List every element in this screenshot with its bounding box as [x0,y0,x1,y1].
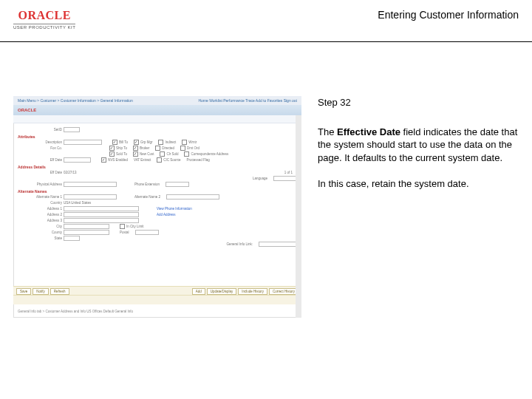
breadcrumb: Main Menu > Customer > Customer Informat… [18,98,133,103]
directed-label: Directed [162,146,174,150]
corresp-checkbox[interactable] [184,151,189,157]
nav-label: 1 of 1 [284,171,293,174]
directed-checkbox[interactable] [155,146,160,151]
soldto-label: Sold To [116,152,127,156]
alt2-input[interactable] [166,194,219,200]
lang-input[interactable] [273,176,297,181]
header-divider [0,41,532,42]
country-label: Country [18,201,62,205]
effdate2-val: 02/27/13 [64,171,77,174]
billto-label: Bill To [119,140,128,144]
dmtord-checkbox[interactable] [180,146,185,151]
update-button[interactable]: Update/Display [207,288,237,295]
effdate2-label: Eff Date [18,171,62,174]
correct-button[interactable]: Correct History [269,288,299,295]
soldto-checkbox[interactable] [109,151,115,157]
county-input[interactable] [64,230,109,235]
save-button[interactable]: Save [16,288,31,295]
city-label: City [18,225,62,228]
setid-input[interactable] [64,127,80,132]
indirect-label: Indirect [165,140,176,144]
nvs-label: NVS Enabled [108,158,128,162]
addr-details-header: Address Details [18,165,297,169]
effdate-label: Eff Date [18,158,62,162]
view-phone-link[interactable]: View Phone Information [157,207,192,211]
desc-input[interactable] [64,140,102,145]
desc-label: Description [18,140,62,144]
newcust-label: New Cust [140,152,154,156]
alt1-label: Alternate Name 1 [18,195,62,199]
alt1-input[interactable] [64,194,117,200]
city-input[interactable] [64,224,109,229]
p1-pre: The [318,126,337,137]
status-text: General Info tab > Customer Address and … [18,310,133,313]
app-toolbar [13,115,301,123]
addr1-label: Address 1 [18,207,62,211]
postal-label: Postal [120,231,129,234]
dmtord-label: Dmt Ord [187,146,200,150]
addr1-input[interactable] [64,206,139,211]
scrollbar[interactable] [296,115,301,318]
notify-button[interactable]: Notify [33,288,49,295]
alt2-label: Alternate Name 2 [134,195,160,199]
phoneext-input[interactable] [166,182,189,187]
phoneext-label: Phone Extension [134,183,160,186]
clrsold-label: Clr Sold [166,152,178,156]
alt-names-header: Alternate Names [18,189,297,194]
effdate-input[interactable] [64,157,91,163]
p1-bold: Effective Date [337,126,400,137]
add-button[interactable]: Add [192,288,205,295]
newcust-checkbox[interactable] [133,151,138,157]
page-title: Entering Customer Information [378,9,519,21]
postal-input[interactable] [135,230,159,235]
shipto-label: Ship To [116,146,127,150]
corresp-label: Correspondence Address [191,152,228,156]
instruction-paragraph-1: The Effective Date field indicates the d… [318,126,521,165]
brand-logo: ORACLE USER PRODUCTIVITY KIT [13,9,75,30]
refresh-button[interactable]: Refresh [50,288,69,295]
vat-label: VAT Extract [134,158,151,162]
brand-subtitle: USER PRODUCTIVITY KIT [13,24,75,30]
cic-checkbox[interactable] [157,157,162,163]
addr2-label: Address 2 [18,213,62,216]
desc-val-label: Fox Co. [18,146,62,150]
genlink-label: General Info Link: [226,242,253,246]
indirect-checkbox[interactable] [158,140,163,145]
grpmgr-label: Grp Mgr [140,140,153,144]
cic-label: CIC Source [163,158,180,162]
attributes-header: Attributes [18,134,297,139]
billto-checkbox[interactable] [112,140,117,145]
add-addr-link[interactable]: Add Address [157,213,176,216]
wrntr-checkbox[interactable] [182,140,187,145]
app-screenshot: Main Menu > Customer > Customer Informat… [13,96,301,318]
app-logo: ORACLE [13,105,301,115]
wrntr-label: Wrntr [188,140,197,144]
top-links: Home Worklist Performance Trace Add to F… [198,98,297,103]
setid-label: SetID [18,128,62,132]
state-label: State [18,236,62,240]
shipto-checkbox[interactable] [109,146,115,151]
incity-checkbox[interactable] [120,224,125,229]
addr3-label: Address 3 [18,219,62,222]
processed-label: Processed Flag [187,158,210,162]
nvs-checkbox[interactable] [101,157,106,163]
physical-label: Physical Address [18,183,62,186]
broker-label: Broker [140,146,149,150]
lang-label: Language [253,177,267,180]
genlink-input[interactable] [259,242,297,247]
broker-checkbox[interactable] [133,146,138,151]
instruction-panel: Step 32 The Effective Date field indicat… [318,96,521,204]
physical-input[interactable] [64,182,117,187]
state-input[interactable] [64,236,80,241]
addr3-input[interactable] [64,218,139,223]
grpmgr-checkbox[interactable] [134,140,139,145]
county-label: County [18,231,62,234]
brand-wordmark: ORACLE [18,9,70,22]
incity-label: In City Limit [126,225,144,228]
country-val: USA United States [64,201,91,205]
clrsold-checkbox[interactable] [160,151,165,157]
addr2-input[interactable] [64,212,139,217]
step-label: Step 32 [318,96,521,109]
include-button[interactable]: Include History [238,288,267,295]
instruction-paragraph-2: In this case, retain the system date. [318,177,521,191]
